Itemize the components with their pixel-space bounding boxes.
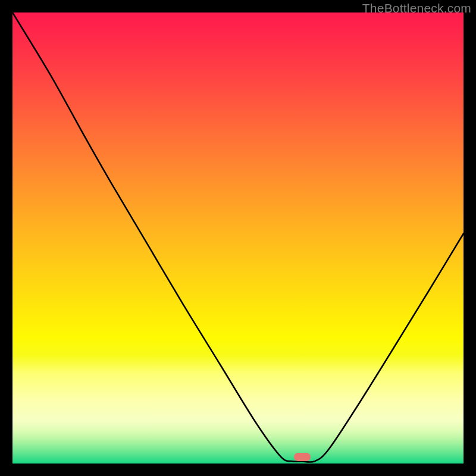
optimum-marker: [294, 453, 311, 461]
bottleneck-curve: [12, 12, 464, 464]
plot-area: [12, 12, 464, 464]
chart-container: TheBottleneck.com: [0, 0, 476, 476]
watermark-text: TheBottleneck.com: [362, 1, 471, 15]
